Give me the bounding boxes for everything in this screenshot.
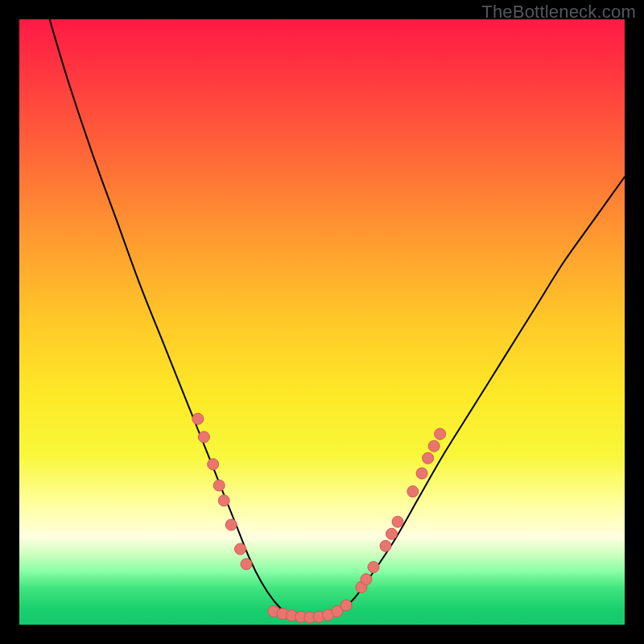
data-marker xyxy=(368,562,379,573)
data-marker xyxy=(361,574,372,585)
watermark-text: TheBottleneck.com xyxy=(481,2,636,23)
bottleneck-curve xyxy=(50,19,625,619)
data-marker xyxy=(380,540,391,551)
data-marker xyxy=(218,495,229,506)
data-marker xyxy=(428,440,440,452)
data-marker xyxy=(241,559,252,570)
data-marker xyxy=(192,413,204,424)
chart-svg xyxy=(19,19,625,625)
plot-area xyxy=(19,19,625,625)
data-marker xyxy=(234,543,246,555)
outer-frame: TheBottleneck.com xyxy=(0,0,644,644)
data-marker xyxy=(198,431,209,443)
data-marker xyxy=(213,480,225,491)
data-marker xyxy=(435,428,446,440)
data-marker xyxy=(423,452,434,464)
data-marker xyxy=(392,516,403,527)
data-marker xyxy=(225,519,237,530)
data-marker xyxy=(208,459,219,470)
data-marker xyxy=(407,486,419,497)
data-marker xyxy=(341,600,352,611)
data-marker xyxy=(416,468,427,479)
data-marker xyxy=(386,528,397,539)
